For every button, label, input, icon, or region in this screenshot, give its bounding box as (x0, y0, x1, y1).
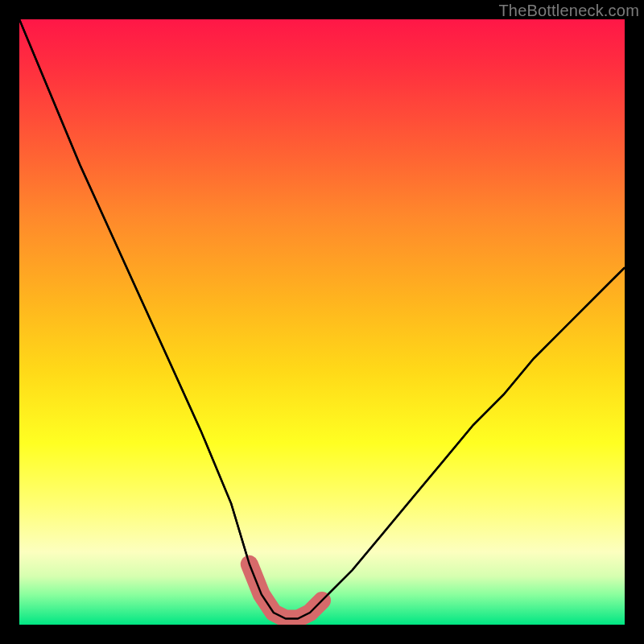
chart-stage: TheBottleneck.com (0, 0, 644, 644)
bottleneck-curve (19, 19, 625, 619)
watermark-text: TheBottleneck.com (498, 2, 639, 20)
bottleneck-curve-overlay (19, 19, 625, 619)
curve-layer (19, 19, 625, 625)
plot-area (19, 19, 625, 625)
highlight-markers (19, 19, 625, 619)
